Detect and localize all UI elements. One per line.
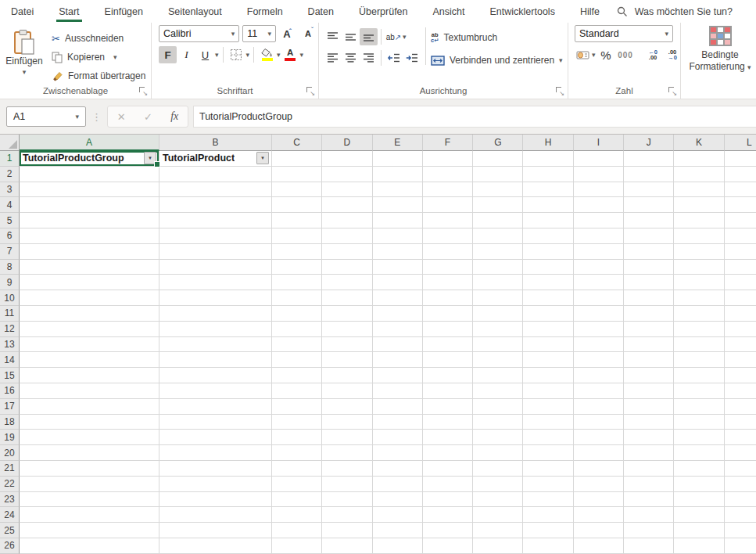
row-header-20[interactable]: 20 [0,445,20,461]
cell-J13[interactable] [624,337,674,353]
row-header-26[interactable]: 26 [0,538,20,554]
cell-H21[interactable] [523,461,573,477]
cell-H1[interactable] [523,151,573,167]
cell-G13[interactable] [473,337,523,353]
cell-I23[interactable] [574,492,624,508]
cell-I26[interactable] [574,538,624,554]
cell-B14[interactable] [159,352,272,368]
tab-formeln[interactable]: Formeln [246,0,284,23]
cell-B19[interactable] [159,430,272,445]
cell-G11[interactable] [473,306,523,322]
cell-F7[interactable] [423,244,473,260]
cell-E10[interactable] [373,290,423,306]
cell-I8[interactable] [574,260,624,275]
cell-F16[interactable] [423,383,473,399]
cell-C25[interactable] [272,523,322,538]
alignment-dialog-launcher[interactable] [556,87,564,95]
cell-A26[interactable] [20,538,159,554]
cell-L26[interactable] [725,538,756,554]
cell-D25[interactable] [322,523,372,538]
cell-G18[interactable] [473,415,523,430]
cell-E3[interactable] [373,182,423,198]
cell-K13[interactable] [674,337,724,353]
cell-K18[interactable] [674,415,724,430]
cell-G19[interactable] [473,430,523,445]
cell-B24[interactable] [159,507,272,523]
cell-C19[interactable] [272,430,322,445]
number-dialog-launcher[interactable] [668,87,676,95]
row-header-15[interactable]: 15 [0,368,20,383]
cell-L3[interactable] [725,182,756,198]
cell-H15[interactable] [523,368,573,383]
cell-L6[interactable] [725,228,756,244]
cell-A4[interactable] [20,197,159,213]
cut-button[interactable]: ✂ Ausschneiden [48,29,149,48]
cell-H7[interactable] [523,244,573,260]
cell-F5[interactable] [423,213,473,228]
cell-J18[interactable] [624,415,674,430]
cell-E12[interactable] [373,322,423,337]
cell-G9[interactable] [473,275,523,290]
cell-D3[interactable] [322,182,372,198]
copy-dropdown-arrow[interactable]: ▾ [113,53,117,61]
cell-C6[interactable] [272,228,322,244]
cell-K7[interactable] [674,244,724,260]
cell-F3[interactable] [423,182,473,198]
cell-D18[interactable] [322,415,372,430]
row-header-4[interactable]: 4 [0,197,20,213]
cell-J9[interactable] [624,275,674,290]
column-header-C[interactable]: C [272,135,322,151]
cell-F14[interactable] [423,352,473,368]
cell-A24[interactable] [20,507,159,523]
decrease-font-size-button[interactable]: Aˇ [300,25,318,42]
cell-G26[interactable] [473,538,523,554]
cell-I15[interactable] [574,368,624,383]
cell-E7[interactable] [373,244,423,260]
cell-D2[interactable] [322,167,372,182]
cell-I7[interactable] [574,244,624,260]
row-header-11[interactable]: 11 [0,306,20,322]
underline-button[interactable]: U [196,46,214,63]
cell-J15[interactable] [624,368,674,383]
cell-L12[interactable] [725,322,756,337]
column-header-E[interactable]: E [373,135,423,151]
row-header-22[interactable]: 22 [0,477,20,492]
cell-K15[interactable] [674,368,724,383]
cell-G1[interactable] [473,151,523,167]
cell-G25[interactable] [473,523,523,538]
cell-L19[interactable] [725,430,756,445]
row-header-1[interactable]: 1 [0,151,20,167]
cell-L25[interactable] [725,523,756,538]
clipboard-dialog-launcher[interactable] [139,87,147,95]
cell-A15[interactable] [20,368,159,383]
cell-C3[interactable] [272,182,322,198]
accounting-format-button[interactable] [575,46,590,63]
cell-K8[interactable] [674,260,724,275]
increase-decimal-button[interactable]: ←0 .00 [644,46,662,63]
cell-C20[interactable] [272,445,322,461]
cell-C18[interactable] [272,415,322,430]
cell-C5[interactable] [272,213,322,228]
cell-D24[interactable] [322,507,372,523]
select-all-corner[interactable] [0,135,20,151]
cell-L8[interactable] [725,260,756,275]
cell-G10[interactable] [473,290,523,306]
cell-E22[interactable] [373,477,423,492]
cell-D5[interactable] [322,213,372,228]
cell-G22[interactable] [473,477,523,492]
cell-C23[interactable] [272,492,322,508]
cell-G12[interactable] [473,322,523,337]
cell-E5[interactable] [373,213,423,228]
cell-E23[interactable] [373,492,423,508]
cell-L7[interactable] [725,244,756,260]
cell-A22[interactable] [20,477,159,492]
cell-A23[interactable] [20,492,159,508]
cell-E8[interactable] [373,260,423,275]
cell-L1[interactable] [725,151,756,167]
column-header-K[interactable]: K [674,135,724,151]
cell-I6[interactable] [574,228,624,244]
cell-E6[interactable] [373,228,423,244]
cell-I16[interactable] [574,383,624,399]
cell-F20[interactable] [423,445,473,461]
cell-K3[interactable] [674,182,724,198]
